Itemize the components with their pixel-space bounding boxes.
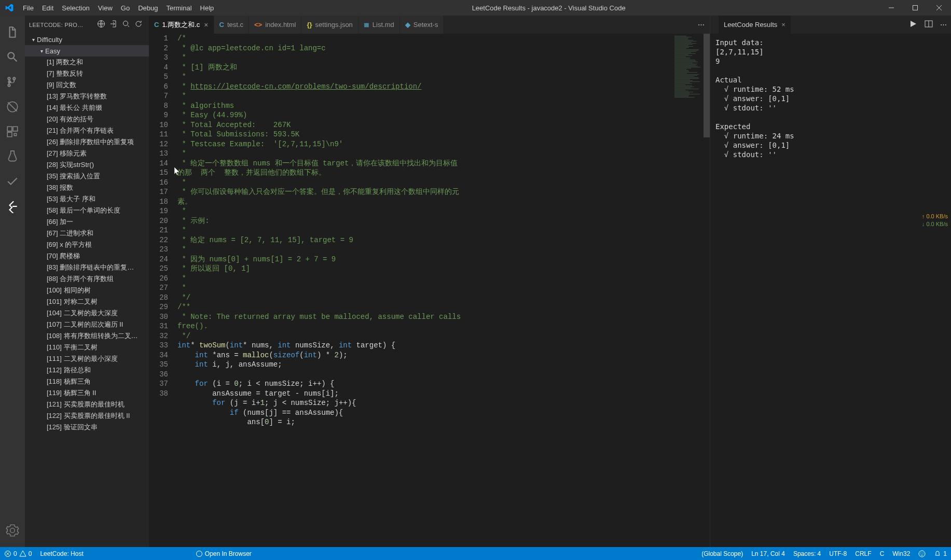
menu-file[interactable]: File <box>19 4 38 12</box>
problem-item[interactable]: [20] 有效的括号 <box>25 114 149 125</box>
problem-item[interactable]: [21] 合并两个有序链表 <box>25 125 149 136</box>
search-icon[interactable] <box>120 20 132 30</box>
svg-point-3 <box>123 21 128 26</box>
status-leetcode[interactable]: LeetCode: Host <box>36 550 87 557</box>
problem-item[interactable]: [9] 回文数 <box>25 79 149 91</box>
status-bell[interactable]: 1 <box>930 550 951 557</box>
problem-item[interactable]: [26] 删除排序数组中的重复项 <box>25 136 149 148</box>
title-bar: FileEditSelectionViewGoDebugTerminalHelp… <box>0 0 951 16</box>
menu-help[interactable]: Help <box>196 4 218 12</box>
debug-icon[interactable] <box>0 94 25 119</box>
menu-edit[interactable]: Edit <box>38 4 58 12</box>
settings-gear-icon[interactable] <box>0 518 25 543</box>
tree-group-difficulty[interactable]: ▾Difficulty <box>25 34 149 45</box>
problem-item[interactable]: [119] 杨辉三角 II <box>25 387 149 399</box>
menu-selection[interactable]: Selection <box>58 4 93 12</box>
close-button[interactable] <box>927 0 951 16</box>
status-lncol[interactable]: Ln 17, Col 4 <box>747 550 789 557</box>
problem-item[interactable]: [7] 整数反转 <box>25 68 149 79</box>
status-lang[interactable]: C <box>876 550 889 557</box>
source-control-icon[interactable] <box>0 69 25 94</box>
file-icon: ≣ <box>364 21 369 29</box>
status-encoding[interactable]: UTF-8 <box>825 550 851 557</box>
editor-body[interactable]: 1234567891011121314151617181920212223242… <box>149 34 710 547</box>
code-content[interactable]: /* * @lc app=leetcode.cn id=1 lang=c * *… <box>177 34 710 547</box>
tree-group-easy[interactable]: ▾Easy <box>25 45 149 57</box>
refresh-icon[interactable] <box>132 20 145 30</box>
problem-item[interactable]: [101] 对称二叉树 <box>25 296 149 307</box>
extensions-icon[interactable] <box>0 119 25 144</box>
problem-item[interactable]: [53] 最大子 序和 <box>25 193 149 205</box>
menu-view[interactable]: View <box>94 4 117 12</box>
window-title: LeetCode Results - javacode2 - Visual St… <box>218 4 879 12</box>
editor-tab[interactable]: C1.两数之和.c× <box>149 16 214 34</box>
activity-bar <box>0 16 25 547</box>
split-editor-icon[interactable] <box>925 20 933 30</box>
status-eol[interactable]: CRLF <box>851 550 875 557</box>
problem-item[interactable]: [125] 验证回文串 <box>25 422 149 433</box>
file-icon: ◆ <box>405 21 410 29</box>
globe-icon[interactable] <box>95 20 107 30</box>
editor-tab[interactable]: Ctest.c <box>214 16 249 34</box>
problem-item[interactable]: [58] 最后一个单词的长度 <box>25 205 149 216</box>
status-spaces[interactable]: Spaces: 4 <box>789 550 825 557</box>
editor-tab[interactable]: <>index.html <box>249 16 301 34</box>
problem-item[interactable]: [110] 平衡二叉树 <box>25 342 149 353</box>
problem-item[interactable]: [67] 二进制求和 <box>25 228 149 239</box>
leetcode-icon[interactable] <box>0 194 25 219</box>
signout-icon[interactable] <box>107 20 120 30</box>
status-open-browser[interactable]: Open In Browser <box>191 550 256 557</box>
test-icon[interactable] <box>0 144 25 169</box>
problem-item[interactable]: [121] 买卖股票的最佳时机 <box>25 399 149 410</box>
tab-label: test.c <box>227 21 243 29</box>
status-scope[interactable]: (Global Scope) <box>697 550 747 557</box>
explorer-icon[interactable] <box>0 20 25 45</box>
file-icon: C <box>154 21 159 29</box>
problem-item[interactable]: [122] 买卖股票的最佳时机 II <box>25 410 149 422</box>
problem-item[interactable]: [107] 二叉树的层次遍历 II <box>25 319 149 330</box>
problem-item[interactable]: [38] 报数 <box>25 182 149 193</box>
problem-item[interactable]: [28] 实现strStr() <box>25 159 149 171</box>
editor-area: C1.两数之和.c×Ctest.c<>index.html{}settings.… <box>149 16 710 547</box>
problem-item[interactable]: [111] 二叉树的最小深度 <box>25 353 149 365</box>
close-icon[interactable]: × <box>204 21 208 29</box>
svg-point-6 <box>196 551 202 556</box>
more-icon[interactable]: ⋯ <box>940 21 947 29</box>
checkmark-icon[interactable] <box>0 169 25 194</box>
problem-item[interactable]: [108] 将有序数组转换为二叉… <box>25 330 149 342</box>
problem-item[interactable]: [1] 两数之和 <box>25 57 149 68</box>
editor-tab[interactable]: {}settings.json <box>301 16 358 34</box>
search-icon[interactable] <box>0 45 25 69</box>
problem-item[interactable]: [112] 路径总和 <box>25 365 149 376</box>
problem-item[interactable]: [66] 加一 <box>25 216 149 228</box>
close-icon[interactable]: × <box>781 21 785 29</box>
menu-terminal[interactable]: Terminal <box>162 4 196 12</box>
problem-item[interactable]: [69] x 的平方根 <box>25 239 149 250</box>
results-panel: LeetCode Results × ⋯ Input data: [2,7,11… <box>710 16 951 547</box>
status-os[interactable]: Win32 <box>888 550 914 557</box>
problem-item[interactable]: [14] 最长公 共前缀 <box>25 102 149 114</box>
svg-rect-0 <box>913 6 918 10</box>
minimap[interactable] <box>672 34 704 547</box>
maximize-button[interactable] <box>903 0 927 16</box>
minimize-button[interactable] <box>879 0 903 16</box>
problem-item[interactable]: [118] 杨辉三角 <box>25 376 149 387</box>
problem-item[interactable]: [13] 罗马数字转整数 <box>25 91 149 102</box>
problem-item[interactable]: [100] 相同的树 <box>25 285 149 296</box>
problem-item[interactable]: [83] 删除排序链表中的重复… <box>25 262 149 273</box>
status-bar: 0 0 LeetCode: Host Open In Browser (Glob… <box>0 547 951 560</box>
problem-item[interactable]: [35] 搜索插入位置 <box>25 171 149 182</box>
problem-item[interactable]: [27] 移除元素 <box>25 148 149 159</box>
problem-item[interactable]: [70] 爬楼梯 <box>25 250 149 262</box>
menu-go[interactable]: Go <box>117 4 134 12</box>
editor-actions-overflow-icon[interactable]: ⋯ <box>698 16 710 34</box>
editor-tab[interactable]: ≣List.md <box>359 16 400 34</box>
problem-item[interactable]: [104] 二叉树的最大深度 <box>25 307 149 319</box>
problem-item[interactable]: [88] 合并两个有序数组 <box>25 273 149 285</box>
status-feedback[interactable] <box>914 550 930 557</box>
menu-debug[interactable]: Debug <box>134 4 162 12</box>
results-tab[interactable]: LeetCode Results × <box>719 16 791 34</box>
status-problems[interactable]: 0 0 <box>0 550 36 557</box>
editor-tab[interactable]: ◆Setext-s <box>400 16 444 34</box>
run-icon[interactable] <box>909 20 917 30</box>
